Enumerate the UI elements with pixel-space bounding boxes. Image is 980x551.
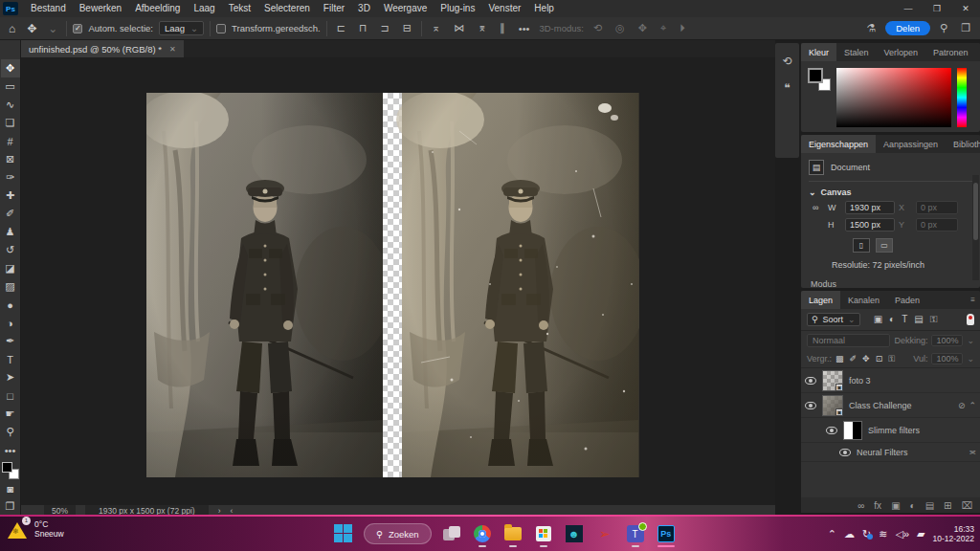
document-tab[interactable]: unfinished.psd @ 50% (RGB/8) * ✕ bbox=[21, 40, 184, 57]
delete-layer-icon[interactable]: ⌧ bbox=[961, 500, 972, 511]
type-tool[interactable]: T bbox=[1, 350, 20, 368]
taskbar-weather-widget[interactable]: 1 0°C Sneeuw bbox=[8, 519, 64, 539]
task-view-button[interactable] bbox=[441, 521, 462, 546]
pen-tool[interactable]: ✒ bbox=[1, 332, 20, 350]
restore-button[interactable]: ❐ bbox=[923, 0, 951, 17]
distribute-bottom-icon[interactable]: ⌆ bbox=[474, 22, 490, 34]
frame-tool[interactable]: ⊠ bbox=[1, 150, 20, 168]
filter-smart-objects-icon[interactable]: ⚿ bbox=[930, 314, 938, 325]
history-brush-tool[interactable]: ↺ bbox=[1, 241, 20, 259]
menu-venster[interactable]: Venster bbox=[481, 0, 527, 17]
hidden-icons-chevron-icon[interactable]: ⌃ bbox=[828, 528, 836, 540]
color-swatches[interactable] bbox=[808, 68, 831, 91]
onedrive-cloud-icon[interactable]: ☁ bbox=[844, 528, 855, 540]
healing-brush-tool[interactable]: ✚ bbox=[1, 187, 20, 205]
visibility-eye-icon[interactable] bbox=[805, 377, 816, 385]
landscape-orientation-button[interactable]: ▭ bbox=[876, 238, 893, 253]
canvas-section-chevron-icon[interactable]: ⌄ bbox=[809, 187, 816, 197]
workspace-switcher-icon[interactable]: ❒ bbox=[957, 22, 974, 34]
eraser-tool[interactable]: ◪ bbox=[1, 259, 20, 277]
beta-flask-icon[interactable]: ⚗ bbox=[862, 22, 880, 34]
align-vertical-center-icon[interactable]: ⊓ bbox=[355, 22, 371, 34]
filter-shape-layers-icon[interactable]: ▤ bbox=[914, 314, 923, 325]
home-icon[interactable]: ⌂ bbox=[6, 22, 18, 35]
layer-thumbnail[interactable]: ▣ bbox=[822, 395, 843, 416]
menu-bestand[interactable]: Bestand bbox=[24, 0, 73, 17]
start-button[interactable] bbox=[333, 521, 354, 546]
clone-stamp-tool[interactable]: ♟ bbox=[1, 223, 20, 241]
adjustment-layer-icon[interactable]: ◐ bbox=[910, 500, 916, 511]
brush-tool[interactable]: ✐ bbox=[1, 205, 20, 223]
tab-bibliotheken[interactable]: Bibliotheken bbox=[946, 135, 980, 153]
comments-panel-icon[interactable]: ❝ bbox=[780, 81, 793, 95]
layer-name[interactable]: Class Challenge bbox=[849, 401, 912, 410]
volume-icon[interactable]: ◁» bbox=[895, 528, 909, 540]
canvas-area[interactable] bbox=[21, 57, 775, 505]
more-options-icon[interactable]: ••• bbox=[515, 23, 534, 34]
properties-scrollbar[interactable] bbox=[972, 175, 979, 280]
close-button[interactable]: ✕ bbox=[951, 0, 980, 17]
path-selection-tool[interactable]: ➤ bbox=[1, 368, 20, 386]
foreground-color-swatch[interactable] bbox=[2, 462, 12, 473]
menu-3d[interactable]: 3D bbox=[351, 0, 377, 17]
chrome-taskbar-button[interactable] bbox=[472, 521, 493, 546]
portrait-orientation-button[interactable]: ▯ bbox=[853, 238, 870, 253]
hand-tool[interactable]: ☛ bbox=[1, 405, 20, 423]
tab-eigenschappen[interactable]: Eigenschappen bbox=[801, 135, 876, 153]
layer-row-slimme-filters[interactable]: Slimme filters bbox=[801, 418, 980, 443]
lock-all-icon[interactable]: ⚿ bbox=[888, 354, 895, 364]
foreground-color-well[interactable] bbox=[808, 68, 823, 83]
search-icon[interactable]: ⚲ bbox=[936, 22, 951, 34]
distribute-top-icon[interactable]: ⌅ bbox=[428, 22, 444, 34]
add-mask-icon[interactable]: ▣ bbox=[891, 500, 900, 511]
menu-plugins[interactable]: Plug-ins bbox=[434, 0, 481, 17]
menu-help[interactable]: Help bbox=[527, 0, 561, 17]
tab-close-icon[interactable]: ✕ bbox=[169, 45, 176, 54]
tab-patronen[interactable]: Patronen bbox=[925, 43, 976, 61]
layer-filter-dropdown[interactable]: ⚲ Soort ⌄ bbox=[807, 313, 860, 326]
history-panel-icon[interactable]: ⟲ bbox=[778, 55, 795, 68]
menu-bewerken[interactable]: Bewerken bbox=[73, 0, 128, 17]
foreground-background-swatches[interactable] bbox=[2, 462, 19, 479]
width-field[interactable]: 1930 px bbox=[845, 201, 895, 214]
smart-filter-toggle-icon[interactable]: ⊘ bbox=[958, 401, 966, 410]
menu-afbeelding[interactable]: Afbeelding bbox=[128, 0, 187, 17]
layer-style-fx-icon[interactable]: fx bbox=[874, 500, 881, 511]
align-left-icon[interactable]: ⊏ bbox=[333, 22, 349, 34]
auto-select-checkbox[interactable]: ✓ bbox=[73, 24, 82, 33]
tab-stalen[interactable]: Stalen bbox=[836, 43, 877, 61]
menu-selecteren[interactable]: Selecteren bbox=[257, 0, 317, 17]
tab-lagen[interactable]: Lagen bbox=[801, 291, 840, 309]
tab-paden[interactable]: Paden bbox=[887, 291, 927, 309]
zoom-tool[interactable]: ⚲ bbox=[1, 423, 20, 441]
align-horizontal-center-icon[interactable]: ⊟ bbox=[399, 22, 415, 34]
lasso-tool[interactable]: ∿ bbox=[1, 96, 20, 114]
update-sync-icon[interactable]: ↻ bbox=[862, 528, 871, 540]
blur-tool[interactable]: ● bbox=[1, 296, 20, 314]
lock-transparency-icon[interactable]: ▩ bbox=[835, 354, 844, 364]
edit-toolbar-icon[interactable]: ••• bbox=[1, 441, 20, 459]
distribute-middle-icon[interactable]: ⋈ bbox=[450, 22, 468, 34]
filter-mask-thumbnail[interactable] bbox=[843, 421, 862, 440]
tab-verlopen[interactable]: Verlopen bbox=[877, 43, 926, 61]
layer-thumbnail[interactable]: ▣ bbox=[822, 370, 843, 391]
panel-menu-icon[interactable]: ≡ bbox=[966, 291, 980, 309]
artboard[interactable] bbox=[146, 93, 639, 479]
visibility-eye-icon[interactable] bbox=[805, 402, 816, 409]
height-field[interactable]: 1500 px bbox=[845, 218, 895, 231]
teams-taskbar-button[interactable]: T bbox=[625, 521, 646, 546]
filter-type-layers-icon[interactable]: T bbox=[902, 314, 907, 325]
lock-artboard-icon[interactable]: ⊡ bbox=[876, 354, 883, 364]
tab-kleur[interactable]: Kleur bbox=[801, 43, 836, 61]
taskbar-search[interactable]: ⚲ Zoeken bbox=[364, 523, 432, 544]
tool-preset-chevron-icon[interactable]: ⌄ bbox=[45, 22, 60, 35]
new-layer-icon[interactable]: ⊞ bbox=[944, 500, 951, 511]
battery-icon[interactable]: ▰ bbox=[917, 528, 924, 540]
gradient-tool[interactable]: ▨ bbox=[1, 277, 20, 296]
marquee-tool[interactable]: ▭ bbox=[1, 77, 20, 96]
layer-name[interactable]: Neural Filters bbox=[857, 448, 908, 457]
lock-position-icon[interactable]: ✥ bbox=[862, 354, 870, 364]
link-dimensions-icon[interactable]: ∞ bbox=[813, 203, 824, 212]
dark-app-taskbar-button[interactable]: ☻ bbox=[564, 521, 585, 546]
menu-weergave[interactable]: Weergave bbox=[377, 0, 434, 17]
